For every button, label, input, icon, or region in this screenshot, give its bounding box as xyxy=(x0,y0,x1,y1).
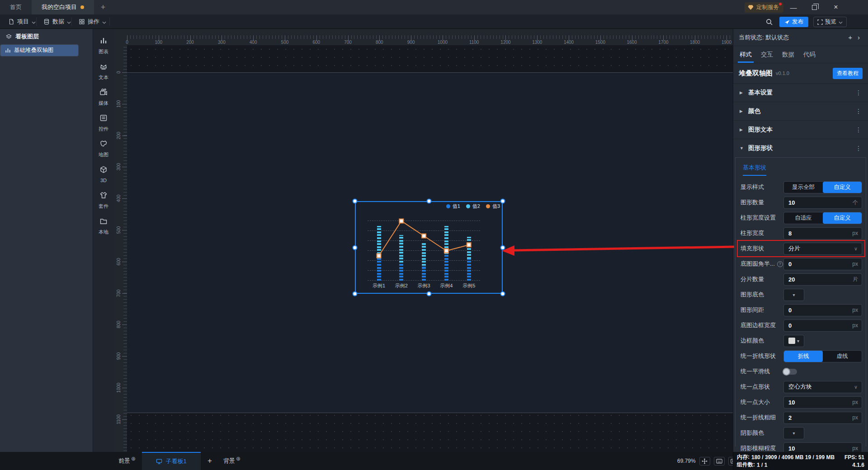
dock-item-map[interactable]: 地图 xyxy=(93,136,114,161)
setting-row-bar-width-mode: 柱形宽度设置自适应自定义 xyxy=(736,210,866,226)
smooth-line-toggle[interactable] xyxy=(783,369,797,375)
setting-label: 统一点大小 xyxy=(741,398,770,406)
ruler-number: 0 xyxy=(119,40,135,45)
tab-交互[interactable]: 交互 xyxy=(761,51,773,63)
dock-item-cube[interactable]: 3D xyxy=(93,161,114,187)
border-color-color-picker[interactable]: ▾ xyxy=(783,335,804,347)
fill-shape-select[interactable]: 分片∨ xyxy=(783,243,862,255)
background-button[interactable]: 背景 ⊕ xyxy=(219,452,245,470)
shadow-color-color-picker[interactable]: ▾ xyxy=(783,427,804,439)
input-value: 2 xyxy=(788,414,852,421)
shortcut-keys-button[interactable] xyxy=(714,457,725,465)
input-unit: px xyxy=(852,307,858,313)
layer-item-stacked-dual-axis-chart[interactable]: 基础堆叠双轴图 xyxy=(0,44,79,56)
dock-item-text[interactable]: 文本 xyxy=(93,58,114,84)
kebab-menu-icon[interactable]: ⋮ xyxy=(855,145,862,152)
canvas-viewport[interactable]: 示例1示例2示例3示例4示例5 值1值2值3 xyxy=(127,45,733,452)
point-shape-select[interactable]: 空心方块∨ xyxy=(783,381,862,393)
ruler-number: 1300 xyxy=(529,40,545,45)
add-background-icon[interactable]: ⊕ xyxy=(236,456,241,462)
dock-item-local[interactable]: 本地 xyxy=(93,213,114,239)
media-icon xyxy=(99,88,108,99)
section-图形形状[interactable]: ▼图形形状⋮ xyxy=(733,139,868,157)
window-maximize-button[interactable] xyxy=(804,0,825,14)
search-button[interactable] xyxy=(764,17,774,26)
dock-item-widget[interactable]: 控件 xyxy=(93,110,114,136)
view-tutorial-button[interactable]: 查看教程 xyxy=(833,68,863,79)
kebab-menu-icon[interactable]: ⋮ xyxy=(855,89,862,96)
tab-project[interactable]: 我的空白项目 xyxy=(32,0,94,14)
ruler-number: 900 xyxy=(112,351,125,362)
slice-count-input[interactable]: 20片 xyxy=(783,273,862,286)
close-icon: × xyxy=(834,3,838,11)
shape-settings-rows: 显示样式显示全部自定义图形数量10个柱形宽度设置自适应自定义柱形宽度8px填充形… xyxy=(736,179,866,452)
tab-代码[interactable]: 代码 xyxy=(803,51,816,63)
selection-handle[interactable] xyxy=(500,291,505,296)
selection-handle[interactable] xyxy=(353,245,358,250)
menu-data[interactable]: 数据 xyxy=(39,14,75,29)
add-foreground-icon[interactable]: ⊕ xyxy=(131,456,136,462)
selection-handle[interactable] xyxy=(426,199,431,204)
selection-handle[interactable] xyxy=(353,199,358,204)
add-board-button[interactable]: + xyxy=(201,452,219,470)
add-state-button[interactable]: + xyxy=(845,33,855,41)
point-size-input[interactable]: 10px xyxy=(783,396,862,409)
subtab-basic-shape[interactable]: 基本形状 xyxy=(743,164,766,176)
section-图形文本[interactable]: ▶图形文本⋮ xyxy=(733,120,868,139)
setting-label: 图形底色 xyxy=(741,291,764,299)
menu-operations[interactable]: 操作 xyxy=(74,14,111,29)
dock-item-chart[interactable]: 图表 xyxy=(93,33,114,58)
zoom-level[interactable]: 69.79% xyxy=(677,458,696,464)
segment-option-折线[interactable]: 折线 xyxy=(784,351,823,362)
segment-option-虚线[interactable]: 虚线 xyxy=(823,351,862,362)
ruler-number: 100 xyxy=(112,99,125,109)
window-minimize-button[interactable]: — xyxy=(783,0,804,14)
shape-bgcolor-color-picker[interactable]: ▾ xyxy=(783,289,804,301)
ruler-number: 1700 xyxy=(656,40,671,45)
selection-handle[interactable] xyxy=(500,245,505,250)
tab-home[interactable]: 首页 xyxy=(0,0,32,14)
shadow-blur-input[interactable]: 10px xyxy=(783,442,862,452)
shape-count-input[interactable]: 10个 xyxy=(783,197,862,209)
section-颜色[interactable]: ▶颜色⋮ xyxy=(733,102,868,120)
new-tab-button[interactable]: + xyxy=(94,0,112,14)
segment-option-显示全部[interactable]: 显示全部 xyxy=(784,182,823,193)
bar-width-input[interactable]: 8px xyxy=(783,227,862,240)
selection-handle[interactable] xyxy=(353,291,358,296)
preview-button[interactable]: 预览 xyxy=(813,17,847,27)
expand-states-button[interactable]: › xyxy=(855,33,863,41)
base-border-width-input[interactable]: 0px xyxy=(783,320,862,332)
help-icon[interactable]: ? xyxy=(777,261,783,267)
shape-settings-subpanel: 基本形状显示样式显示全部自定义图形数量10个柱形宽度设置自适应自定义柱形宽度8p… xyxy=(735,157,866,446)
tab-样式[interactable]: 样式 xyxy=(740,51,752,63)
foreground-button[interactable]: 前景 ⊕ xyxy=(114,452,140,470)
kebab-menu-icon[interactable]: ⋮ xyxy=(855,126,862,133)
tab-数据[interactable]: 数据 xyxy=(782,51,794,63)
inspector-panel: 当前状态: 默认状态 + › 样式交互数据代码 堆叠双轴图 v0.1.0 查看教… xyxy=(733,29,868,452)
menu-project[interactable]: 项目 xyxy=(4,14,40,29)
segment-option-自定义[interactable]: 自定义 xyxy=(823,182,862,193)
input-value: 10 xyxy=(788,199,853,206)
selection-handle[interactable] xyxy=(426,291,431,296)
fit-screen-button[interactable] xyxy=(699,457,710,465)
line-width-input[interactable]: 2px xyxy=(783,412,862,424)
publish-label: 发布 xyxy=(792,18,803,26)
section-基本设置[interactable]: ▶基本设置⋮ xyxy=(733,83,868,102)
dock-item-media[interactable]: 媒体 xyxy=(93,84,114,110)
shape-gap-input[interactable]: 0px xyxy=(783,304,862,316)
ruler-number: 1000 xyxy=(112,382,125,393)
subboard-tab[interactable]: 子看板1 xyxy=(142,452,201,470)
base-radius-input[interactable]: 0px xyxy=(783,258,862,270)
selection-handle[interactable] xyxy=(500,199,505,204)
menu-divider xyxy=(71,18,72,26)
service-badge-label: 定制服务 xyxy=(756,4,779,11)
kebab-menu-icon[interactable]: ⋮ xyxy=(855,108,862,115)
publish-button[interactable]: 发布 xyxy=(779,17,808,27)
segment-option-自定义[interactable]: 自定义 xyxy=(823,212,862,224)
segment-option-自适应[interactable]: 自适应 xyxy=(784,212,823,224)
dock-item-kit[interactable]: 套件 xyxy=(93,187,114,213)
dock-item-label: 媒体 xyxy=(99,100,108,107)
chart-component[interactable]: 示例1示例2示例3示例4示例5 值1值2值3 xyxy=(355,201,503,294)
custom-service-button[interactable]: 定制服务 xyxy=(745,2,783,13)
window-close-button[interactable]: × xyxy=(826,0,846,14)
